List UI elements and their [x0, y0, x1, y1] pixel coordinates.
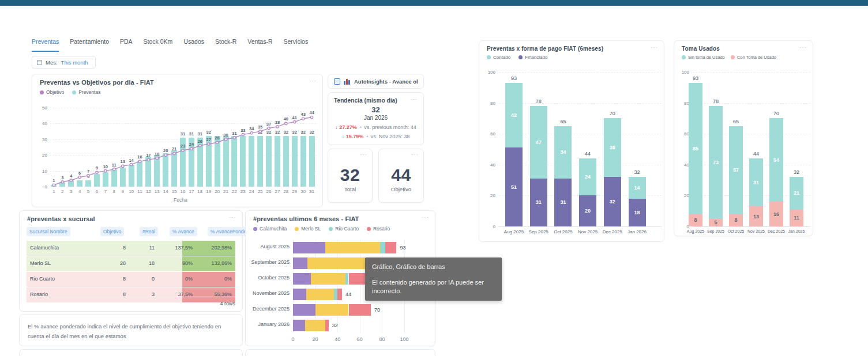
tab-patentamiento[interactable]: Patentamiento	[70, 38, 109, 52]
y-tick-label: 80	[482, 101, 495, 106]
cell-real: 0	[122, 276, 155, 282]
column-header-objetivo[interactable]: Objetivo	[100, 227, 124, 236]
x-tick-label: Oct 2025	[726, 229, 747, 233]
payment-chart-plot: 020406080100514293Aug 2025314778Sep 2025…	[479, 41, 665, 243]
total-data-label: 78	[525, 99, 552, 104]
top-accent-bar	[0, 0, 868, 6]
segment-data-label: 31	[530, 199, 547, 205]
branch-table-title: #preventas x sucursal	[27, 215, 95, 222]
x-tick-label: 8	[110, 189, 119, 194]
more-options-icon[interactable]: ···	[360, 153, 367, 157]
legend-item-rio-cuarto[interactable]: Rio Cuarto	[329, 226, 359, 232]
x-tick-label: 16	[178, 189, 187, 194]
bar-segment-calamuchita[interactable]	[293, 289, 306, 300]
total-data-label: 65	[550, 119, 576, 124]
month-label: October 2025	[249, 275, 290, 281]
bar-segment-calamuchita[interactable]	[293, 320, 305, 331]
segment-data-label: 8	[729, 217, 743, 223]
bar-segment-calamuchita[interactable]	[293, 242, 325, 253]
more-options-icon[interactable]: ···	[229, 215, 236, 220]
cutoff-card	[19, 349, 243, 356]
bar-segment-calamuchita[interactable]	[293, 273, 311, 285]
tab-pda[interactable]: PDA	[120, 38, 133, 52]
tab-stock-0km[interactable]: Stock 0Km	[144, 38, 173, 52]
tooltip-line-2: El contenido generado por IA puede ser i…	[372, 278, 495, 296]
ai-content-tooltip: Gráfico, Gráfico de barras El contenido …	[365, 257, 502, 301]
bar-segment-rosario[interactable]	[349, 273, 366, 285]
bar-segment-merlo-sl[interactable]	[305, 320, 325, 331]
tab-ventas-r[interactable]: Ventas-R	[247, 38, 272, 52]
column-header-avance[interactable]: % Avance	[170, 227, 197, 236]
y-tick-label: 30	[36, 137, 47, 142]
segment-data-label: 24	[579, 174, 596, 180]
segment-data-label: 31	[554, 199, 572, 205]
segment-data-label: 47	[530, 139, 547, 145]
x-tick-label: Jan 2026	[786, 229, 807, 233]
bar-segment-merlo-sl[interactable]	[325, 242, 380, 253]
bar-segment-rio-cuarto[interactable]	[380, 242, 386, 253]
legend-item-calamuchita[interactable]: Calamuchita	[253, 226, 287, 232]
x-tick-label: 3	[66, 189, 76, 194]
total-data-label: 32	[785, 169, 808, 175]
bar-segment-rosario[interactable]	[337, 289, 342, 300]
objetivo-line	[50, 86, 316, 187]
bar-segment-merlo-sl[interactable]	[315, 304, 349, 316]
table-row-calamuchita[interactable]: Calamuchita811137,5%202,98%	[27, 241, 235, 256]
cell-sucursal-nombre: Calamuchita	[30, 245, 59, 251]
bar-segment-merlo-sl[interactable]	[311, 273, 345, 285]
x-tick-label: 40	[329, 336, 346, 342]
tab-usados[interactable]: Usados	[183, 38, 204, 52]
x-tick-label: 10	[127, 189, 136, 194]
more-options-icon[interactable]: ···	[411, 153, 419, 157]
bar-segment-merlo-sl[interactable]	[307, 257, 369, 269]
legend-item-rosario[interactable]: Rosario	[367, 226, 390, 232]
trend-value: 32	[328, 105, 423, 114]
tab-stock-r[interactable]: Stock-R	[215, 38, 236, 52]
y-tick-label: 60	[675, 131, 689, 137]
segment-data-label: 18	[629, 210, 646, 215]
segment-data-label: 16	[769, 211, 783, 217]
cell-avanceponderado: 132,86%	[200, 260, 232, 266]
tooltip-line-1: Gráfico, Gráfico de barras	[372, 263, 495, 271]
x-tick-label: 20	[213, 189, 222, 194]
x-tick-label: 100	[396, 336, 413, 342]
table-row-merlo-sl[interactable]: Merlo SL201890%132,86%	[27, 256, 235, 271]
y-tick-label: 80	[675, 101, 689, 106]
column-header-sucursal-nombre[interactable]: Sucursal Nombre	[27, 227, 70, 236]
kpi-objetivo-card: ··· 44 Objetivo	[378, 149, 424, 203]
tab-preventas[interactable]: Preventas	[32, 38, 59, 52]
legend-dot	[295, 227, 299, 231]
bar-segment-rosario[interactable]	[385, 242, 396, 253]
bar-segment-merlo-sl[interactable]	[306, 289, 334, 300]
kpi-objetivo-label: Objetivo	[379, 186, 423, 192]
bar-segment-rosario[interactable]	[325, 320, 329, 331]
y-tick-label: 60	[482, 131, 495, 137]
x-tick-label: 6	[92, 189, 102, 194]
more-options-icon[interactable]: ···	[422, 215, 429, 220]
table-row-rio-cuarto[interactable]: Rio Cuarto800%0%	[27, 272, 235, 287]
x-tick-label: 1	[49, 189, 58, 194]
autoinsights-card[interactable]: AutoInsights - Avance obj...	[328, 74, 424, 89]
x-tick-label: 19	[204, 189, 213, 194]
bar-segment-rosario[interactable]	[349, 304, 371, 316]
legend-item-merlo-sl[interactable]: Merlo SL	[295, 226, 321, 232]
gridline	[693, 72, 810, 73]
segment-data-label: 54	[769, 157, 783, 163]
more-options-icon[interactable]: ···	[410, 97, 418, 102]
bar-segment-calamuchita[interactable]	[293, 257, 307, 269]
month-filter-chip[interactable]: Mes: This month	[32, 56, 96, 69]
cell-sucursal-nombre: Rio Cuarto	[30, 276, 55, 282]
cell-objetivo: 20	[93, 260, 126, 266]
tab-servicios[interactable]: Servicios	[284, 38, 309, 52]
toma-chart-card: Toma Usados ··· Sin toma de UsadoCon Tom…	[674, 40, 813, 236]
bar-segment-calamuchita[interactable]	[293, 304, 315, 316]
gridline	[693, 226, 810, 227]
y-tick-label: 40	[675, 162, 689, 168]
trend-comparison: ↓ 27.27%• vs. previous month: 44	[328, 124, 423, 130]
column-header-real[interactable]: #Real	[140, 227, 158, 236]
more-options-icon[interactable]: ···	[309, 79, 317, 84]
segment-data-label: 42	[505, 112, 523, 118]
x-tick-label: 5	[84, 189, 93, 194]
down-arrow-icon: ↓	[342, 134, 346, 139]
x-tick-label: 7	[101, 189, 110, 194]
